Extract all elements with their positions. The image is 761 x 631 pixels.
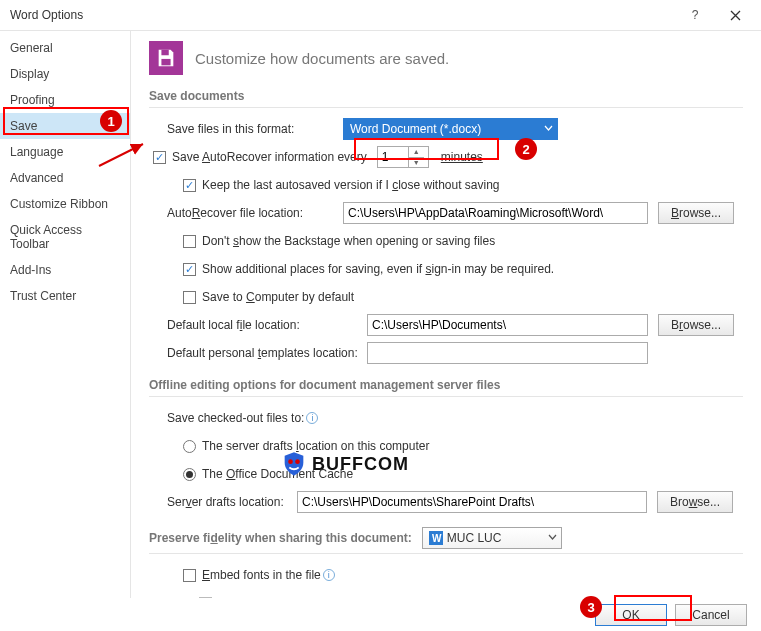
section-save-documents: Save documents bbox=[149, 89, 743, 108]
default-tmpl-label: Default personal templates location: bbox=[167, 346, 367, 360]
sidebar-item-save[interactable]: Save bbox=[0, 113, 130, 139]
info-icon: i bbox=[323, 569, 335, 581]
drafts-loc-input[interactable] bbox=[297, 491, 647, 513]
save-computer-label: Save to Computer by default bbox=[202, 290, 354, 304]
browse-drafts[interactable]: Browse... bbox=[657, 491, 733, 513]
radio-office-cache[interactable] bbox=[183, 468, 196, 481]
fidelity-doc-value: MUC LUC bbox=[447, 531, 502, 545]
show-additional-checkbox[interactable] bbox=[183, 263, 196, 276]
save-computer-checkbox[interactable] bbox=[183, 291, 196, 304]
spinner-up[interactable]: ▲ bbox=[409, 147, 424, 158]
autorecover-minutes-input[interactable] bbox=[378, 147, 408, 167]
save-header-icon bbox=[149, 41, 183, 75]
autorecover-unit: minutes bbox=[441, 150, 483, 164]
sidebar-item-proofing[interactable]: Proofing bbox=[0, 87, 130, 113]
show-additional-label: Show additional places for saving, even … bbox=[202, 262, 554, 276]
sidebar-item-general[interactable]: General bbox=[0, 35, 130, 61]
format-select[interactable]: Word Document (*.docx) bbox=[343, 118, 558, 140]
chevron-down-icon bbox=[548, 531, 557, 545]
fidelity-doc-select[interactable]: W MUC LUC bbox=[422, 527, 562, 549]
format-label: Save files in this format: bbox=[167, 122, 343, 136]
default-tmpl-input[interactable] bbox=[367, 342, 648, 364]
dont-show-backstage-checkbox[interactable] bbox=[183, 235, 196, 248]
autorecover-minutes-spinner[interactable]: ▲▼ bbox=[377, 146, 429, 168]
checked-out-label: Save checked-out files to: bbox=[167, 411, 304, 425]
browse-default-loc[interactable]: Browse... bbox=[658, 314, 734, 336]
browse-autorec[interactable]: Browse... bbox=[658, 202, 734, 224]
window-title: Word Options bbox=[10, 8, 83, 22]
autorec-loc-label: AutoRecover file location: bbox=[167, 206, 343, 220]
autorecover-label: Save AutoRecover information every bbox=[172, 150, 367, 164]
autorec-loc-input[interactable] bbox=[343, 202, 648, 224]
drafts-loc-label: Server drafts location: bbox=[167, 495, 287, 509]
svg-rect-0 bbox=[161, 50, 168, 56]
ok-button[interactable]: OK bbox=[595, 604, 667, 626]
format-value: Word Document (*.docx) bbox=[350, 122, 481, 136]
word-doc-icon: W bbox=[429, 531, 443, 545]
sidebar-item-trust-center[interactable]: Trust Center bbox=[0, 283, 130, 309]
info-icon: i bbox=[306, 412, 318, 424]
embed-fonts-label: Embed fonts in the file bbox=[202, 568, 321, 582]
default-loc-input[interactable] bbox=[367, 314, 648, 336]
help-button[interactable]: ? bbox=[675, 1, 715, 29]
close-button[interactable] bbox=[715, 1, 755, 29]
cancel-button[interactable]: Cancel bbox=[675, 604, 747, 626]
page-header: Customize how documents are saved. bbox=[195, 50, 449, 67]
section-offline: Offline editing options for document man… bbox=[149, 378, 743, 397]
default-loc-label: Default local file location: bbox=[167, 318, 367, 332]
keep-last-label: Keep the last autosaved version if I clo… bbox=[202, 178, 500, 192]
svg-rect-1 bbox=[161, 59, 170, 65]
embed-fonts-checkbox[interactable] bbox=[183, 569, 196, 582]
section-fidelity: Preserve fidelity when sharing this docu… bbox=[149, 527, 743, 554]
sidebar-item-qat[interactable]: Quick Access Toolbar bbox=[0, 217, 130, 257]
sidebar: General Display Proofing Save Language A… bbox=[0, 31, 131, 598]
dont-show-label: Don't show the Backstage when opening or… bbox=[202, 234, 495, 248]
spinner-down[interactable]: ▼ bbox=[409, 158, 424, 168]
sidebar-item-language[interactable]: Language bbox=[0, 139, 130, 165]
radio-office-cache-label: The Office Document Cache bbox=[202, 467, 353, 481]
keep-last-checkbox[interactable] bbox=[183, 179, 196, 192]
sidebar-item-addins[interactable]: Add-Ins bbox=[0, 257, 130, 283]
autorecover-checkbox[interactable] bbox=[153, 151, 166, 164]
svg-text:W: W bbox=[432, 533, 442, 544]
radio-server-drafts[interactable] bbox=[183, 440, 196, 453]
sidebar-item-display[interactable]: Display bbox=[0, 61, 130, 87]
chevron-down-icon bbox=[544, 122, 553, 136]
radio-server-drafts-label: The server drafts location on this compu… bbox=[202, 439, 429, 453]
sidebar-item-customize-ribbon[interactable]: Customize Ribbon bbox=[0, 191, 130, 217]
sidebar-item-advanced[interactable]: Advanced bbox=[0, 165, 130, 191]
